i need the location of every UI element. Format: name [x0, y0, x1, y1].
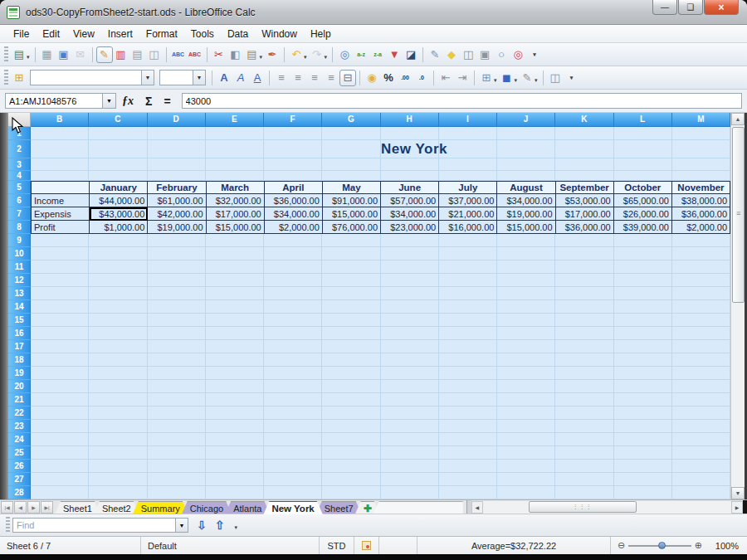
page-style-status[interactable]: Default	[141, 537, 320, 554]
undo-dropdown-icon[interactable]: ▾	[304, 54, 307, 61]
cell-D18[interactable]	[148, 353, 206, 367]
row-header-16[interactable]: 16	[8, 327, 31, 340]
cell-M27[interactable]	[672, 473, 730, 486]
cell-C12[interactable]	[89, 274, 147, 287]
cell-B1[interactable]	[31, 127, 89, 140]
cell-L21[interactable]	[614, 393, 672, 407]
cell-H21[interactable]	[381, 393, 439, 407]
cell-L2[interactable]	[614, 140, 672, 158]
cell-K13[interactable]	[555, 287, 613, 300]
undo-icon[interactable]: ↶	[288, 46, 305, 63]
cell-J24[interactable]	[497, 433, 555, 446]
cell-I11[interactable]	[439, 261, 497, 274]
cell-B25[interactable]	[31, 446, 89, 460]
cell-J2[interactable]	[497, 140, 555, 158]
cell-L11[interactable]	[614, 261, 672, 274]
cell-M10[interactable]	[672, 247, 730, 261]
cell-F17[interactable]	[264, 340, 322, 353]
cell-K23[interactable]	[555, 420, 613, 433]
menu-tools[interactable]: Tools	[184, 27, 221, 41]
cell-B8[interactable]: Profit	[31, 221, 90, 234]
cell-L3[interactable]	[614, 158, 672, 171]
gallery-icon[interactable]: ◆	[443, 46, 460, 63]
cell-H28[interactable]	[381, 486, 439, 499]
cell-H4[interactable]	[381, 171, 439, 181]
cell-C16[interactable]	[89, 327, 147, 340]
cell-H9[interactable]	[381, 234, 439, 247]
cell-C27[interactable]	[89, 473, 147, 486]
menu-edit[interactable]: Edit	[36, 27, 66, 41]
cell-I3[interactable]	[439, 158, 497, 171]
cell-H23[interactable]	[381, 420, 439, 433]
cell-G13[interactable]	[322, 287, 380, 300]
cell-G10[interactable]	[322, 247, 380, 261]
scroll-left-icon[interactable]: ◀	[471, 501, 483, 514]
paste-icon[interactable]: ▤	[244, 46, 261, 63]
column-header-J[interactable]: J	[497, 113, 555, 127]
cell-G1[interactable]	[322, 127, 380, 140]
increase-indent-icon[interactable]: ⇥	[454, 70, 471, 86]
cell-B26[interactable]	[31, 460, 89, 473]
cell-L24[interactable]	[614, 433, 672, 446]
first-sheet-button[interactable]: |◀	[1, 501, 13, 514]
cell-F5[interactable]: April	[265, 181, 323, 194]
cell-H11[interactable]	[381, 261, 439, 274]
cell-E5[interactable]: March	[207, 181, 265, 194]
cell-F7[interactable]: $34,000.00	[265, 207, 323, 221]
cell-M9[interactable]	[672, 234, 730, 247]
find-next-icon[interactable]: ⇩	[197, 519, 207, 532]
cell-E10[interactable]	[206, 247, 264, 261]
cell-L1[interactable]	[614, 127, 672, 140]
sheet-tab-sheet2[interactable]: Sheet2	[94, 501, 139, 514]
cell-G24[interactable]	[322, 433, 380, 446]
scroll-up-icon[interactable]: ▲	[731, 113, 745, 125]
print-icon[interactable]: ▤	[129, 46, 146, 63]
row-header-12[interactable]: 12	[8, 274, 31, 287]
cell-I24[interactable]	[439, 433, 497, 446]
cell-I16[interactable]	[439, 327, 497, 340]
new-document-dropdown-icon[interactable]: ▾	[27, 54, 30, 61]
cell-C6[interactable]: $44,000.00	[90, 194, 148, 207]
selection-mode-status[interactable]: STD	[320, 537, 354, 554]
cell-J10[interactable]	[497, 247, 555, 261]
name-box[interactable]	[5, 93, 103, 109]
cell-J25[interactable]	[497, 446, 555, 460]
menu-help[interactable]: Help	[304, 27, 338, 41]
row-header-4[interactable]: 4	[8, 171, 31, 181]
cell-G11[interactable]	[322, 261, 380, 274]
delete-decimal-icon[interactable]: .0	[413, 70, 430, 86]
cell-L16[interactable]	[614, 327, 672, 340]
cell-L23[interactable]	[614, 420, 672, 433]
find-replace-icon[interactable]: ◎	[336, 46, 353, 63]
cell-G4[interactable]	[322, 171, 380, 181]
cell-G25[interactable]	[322, 446, 380, 460]
sheet-tab-chicago[interactable]: Chicago	[182, 501, 232, 514]
cell-B11[interactable]	[31, 261, 89, 274]
borders-dropdown-icon[interactable]: ▾	[494, 77, 497, 84]
cell-B2[interactable]	[31, 140, 89, 158]
cell-H7[interactable]: $34,000.00	[381, 207, 439, 221]
cell-L18[interactable]	[614, 353, 672, 367]
align-left-icon[interactable]: ≡	[273, 70, 290, 86]
cell-H3[interactable]	[381, 158, 439, 171]
zoom-out-icon[interactable]: ⊖	[618, 540, 625, 551]
cell-H8[interactable]: $23,000.00	[381, 221, 439, 234]
cell-I8[interactable]: $16,000.00	[439, 221, 497, 234]
cell-H6[interactable]: $57,000.00	[381, 194, 439, 207]
cell-K25[interactable]	[555, 446, 613, 460]
find-overflow-icon[interactable]: ▾	[234, 524, 237, 531]
cell-G6[interactable]: $91,000.00	[323, 194, 381, 207]
cell-I23[interactable]	[439, 420, 497, 433]
cell-I7[interactable]: $21,000.00	[439, 207, 497, 221]
cell-K7[interactable]: $17,000.00	[556, 207, 614, 221]
cell-L25[interactable]	[614, 446, 672, 460]
cell-E9[interactable]	[206, 234, 264, 247]
cell-F21[interactable]	[264, 393, 322, 407]
column-header-L[interactable]: L	[614, 113, 672, 127]
cell-E15[interactable]	[206, 314, 264, 327]
sheet-tab-new-york[interactable]: New York	[263, 501, 322, 514]
cell-F9[interactable]	[264, 234, 322, 247]
zoom-slider-thumb[interactable]	[658, 542, 666, 549]
chevron-down-icon[interactable]: ▼	[193, 71, 205, 85]
cell-C20[interactable]	[89, 380, 147, 393]
